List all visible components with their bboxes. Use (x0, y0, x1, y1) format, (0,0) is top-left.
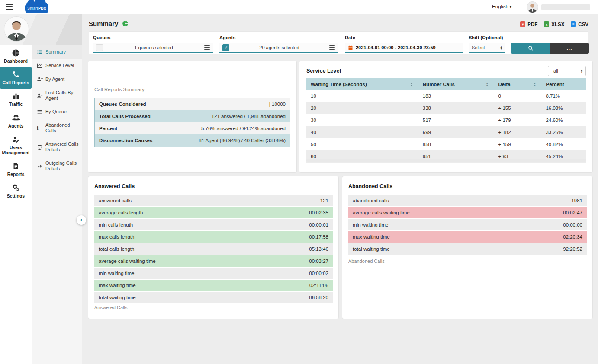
username-placeholder (541, 4, 590, 10)
shift-select[interactable]: Select ▴▾ (469, 43, 505, 53)
page-title: Summary (89, 20, 118, 27)
export-csv-button[interactable]: ≡ CSV (571, 21, 588, 27)
page-header: Summary (89, 20, 129, 27)
table-row: Disconnection Causes 81 Agent (66.94%) /… (95, 134, 290, 147)
sidebar-item-traffic[interactable]: Traffic (0, 89, 32, 110)
subnav-item-by-agent[interactable]: By Agent (32, 72, 82, 86)
subnav-item-by-queue[interactable]: By Queue (32, 105, 82, 118)
sidebar-item-settings[interactable]: Settings (0, 180, 32, 202)
service-level-panel: Service Level all ▴▾ Waiting Time (Secon… (299, 61, 593, 173)
sidebar-item-reports[interactable]: Reports (0, 159, 32, 180)
abandoned-calls-title: Abandoned Calls (348, 183, 392, 189)
arrow-redo-icon (37, 163, 44, 169)
pdf-file-icon: ▾ (520, 21, 525, 27)
table-row: 1018308.71% (306, 90, 586, 102)
export-pdf-button[interactable]: ▾ PDF (520, 21, 537, 27)
queues-selected-value: 1 queues selected (103, 45, 204, 50)
summary-pie-icon (122, 20, 129, 27)
table-row: 20338+ 15516.08% (306, 102, 586, 114)
document-icon (1, 162, 31, 170)
call-reports-summary-panel: Call Reports Summary Queues Considered |… (88, 61, 297, 173)
table-row: max waiting time02:20:34 (348, 231, 587, 243)
subnav-item-service-level[interactable]: Service Level (32, 59, 82, 72)
sort-icon[interactable]: ▴▾ (534, 82, 536, 86)
avatar-person-icon (527, 2, 538, 13)
sort-icon[interactable]: ▴▾ (486, 82, 488, 86)
search-icon (528, 45, 534, 51)
service-level-table: Waiting Time (Seconds)▴▾ Number Calls▴▾ … (306, 78, 586, 163)
subnav-item-answered-calls-details[interactable]: Answered Calls Details (32, 137, 82, 156)
profile-avatar[interactable] (4, 16, 29, 42)
service-level-filter-select[interactable]: all ▴▾ (548, 66, 586, 76)
list-icon (37, 49, 44, 55)
sidebar-item-agents[interactable]: Agents (0, 110, 32, 132)
agents-selected-value: 20 agents selected (229, 45, 329, 50)
layers-icon (37, 144, 44, 150)
hamburger-menu-icon[interactable] (6, 4, 13, 10)
table-row: Total Calls Processed 121 answered / 1,9… (95, 110, 290, 122)
service-level-title: Service Level (306, 68, 341, 74)
abandoned-calls-footer: Abandoned Calls (348, 259, 385, 264)
horizontal-scrollbar[interactable] (306, 159, 586, 162)
sidebar-item-users-management[interactable]: Users Management (0, 132, 32, 159)
smartpbx-logo[interactable]: SmartPBX (25, 0, 48, 14)
call-reports-summary-title: Call Reports Summary (94, 87, 145, 92)
agents-filter-input[interactable]: ✓ 20 agents selected (219, 43, 338, 53)
bar-chart-icon (1, 92, 31, 100)
chevron-down-icon: ▾ (510, 5, 511, 9)
call-reports-summary-table: Queues Considered | 10000 Total Calls Pr… (94, 98, 290, 147)
pie-chart-icon (1, 48, 31, 57)
date-filter-label: Date (345, 35, 355, 40)
csv-file-icon: ≡ (571, 21, 576, 27)
subnav-item-abandoned-calls[interactable]: i Abandoned Calls (32, 118, 82, 137)
sidebar-collapse-button[interactable]: ‹ (77, 215, 86, 225)
sort-icon[interactable]: ▴▾ (411, 82, 412, 86)
info-icon: i (37, 125, 44, 131)
table-row: 50858+ 15940.82% (306, 138, 586, 150)
bars-icon (37, 109, 44, 115)
date-range-input[interactable]: 2021-04-01 00:00 - 2021-04-30 23:59 (345, 43, 463, 53)
agents-checkbox[interactable]: ✓ (222, 44, 229, 51)
queues-menu-icon[interactable] (204, 45, 210, 50)
table-row: min calls length00:00:01 (94, 219, 333, 230)
subnav-item-summary[interactable]: Summary (32, 45, 82, 59)
export-xlsx-button[interactable]: x XLSX (544, 21, 564, 27)
filter-actions: ... (511, 43, 589, 54)
user-minus-icon (37, 93, 44, 99)
date-range-value: 2021-04-01 00:00 - 2021-04-30 23:59 (356, 45, 436, 50)
table-row: min waiting time00:00:00 (348, 219, 587, 230)
queues-checkbox[interactable] (96, 44, 103, 51)
more-options-button[interactable]: ... (550, 43, 589, 54)
filter-bar: Queues 1 queues selected Agents ✓ 20 age… (89, 31, 588, 54)
primary-sidebar: Dashboard Call Reports Traffic Agents Us… (0, 45, 32, 364)
table-row: total waiting time06:58:20 (94, 292, 333, 303)
select-arrows-icon: ▴▾ (500, 45, 502, 50)
table-row: Percent 5.76% answered / 94.24% abandone… (95, 122, 290, 134)
search-button[interactable] (511, 43, 550, 54)
call-reports-subnav: Summary Service Level By Agent Lost Call… (32, 45, 82, 364)
subnav-item-lost-calls-by-agent[interactable]: Lost Calls By Agent (32, 86, 82, 105)
xlsx-file-icon: x (544, 21, 549, 27)
abandoned-calls-table: abandoned calls1981 average calls waitin… (348, 195, 587, 255)
sidebar-item-call-reports[interactable]: Call Reports (0, 67, 32, 89)
table-row: total calls length05:13:46 (94, 243, 333, 255)
queues-filter-input[interactable]: 1 queues selected (93, 43, 213, 53)
agents-filter-label: Agents (219, 35, 235, 40)
table-row: 40699+ 18233.25% (306, 126, 586, 138)
profile-strip (0, 14, 82, 45)
gears-icon (1, 183, 31, 192)
answered-calls-table: answered calls121 average calls length00… (94, 195, 333, 304)
agents-menu-icon[interactable] (329, 45, 335, 50)
user-avatar[interactable] (527, 1, 538, 13)
table-row: abandoned calls1981 (348, 195, 587, 206)
export-buttons: ▾ PDF x XLSX ≡ CSV (520, 21, 588, 27)
avatar-person-icon (4, 17, 29, 41)
answered-calls-panel: Answered Calls answered calls121 average… (88, 176, 339, 319)
shift-filter-label: Shift (Optional) (469, 35, 503, 40)
subnav-item-outgoing-calls-details[interactable]: Outgoing Calls Details (32, 156, 82, 176)
language-selector[interactable]: English ▾ (492, 4, 511, 9)
table-row: average calls waiting time00:02:47 (348, 207, 587, 218)
user-plus-icon (37, 76, 44, 82)
table-row: max waiting time02:11:06 (94, 280, 333, 291)
sidebar-item-dashboard[interactable]: Dashboard (0, 45, 32, 67)
